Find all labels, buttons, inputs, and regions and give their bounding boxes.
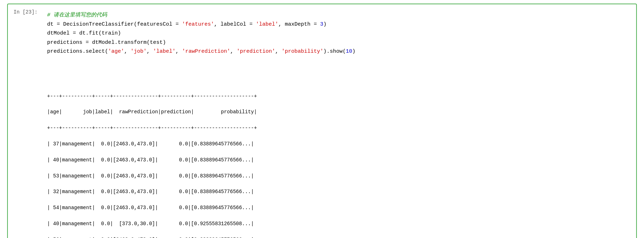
output-line-5: | 53|management| 0.0|[2463.0,473.0]| 0.0… <box>47 172 633 180</box>
output-line-2: +---+----------+-----+---------------+--… <box>47 124 633 132</box>
notebook-cell: In [23]: # 请在这里填写您的代码dt = DecisionTreeCl… <box>7 4 637 238</box>
cell-content: # 请在这里填写您的代码dt = DecisionTreeClassifier(… <box>47 4 636 238</box>
output-line-8: | 40|management| 0.0| [373.0,30.0]| 0.0|… <box>47 220 633 228</box>
output-line-7: | 54|management| 0.0|[2463.0,473.0]| 0.0… <box>47 204 633 212</box>
output-line-1: |age| job|label| rawPrediction|predictio… <box>47 108 633 116</box>
output-line-9: | 56|management| 0.0|[2463.0,473.0]| 0.0… <box>47 236 633 238</box>
output-line-0: +---+----------+-----+---------------+--… <box>47 92 633 100</box>
code-line-line3: dtModel = dt.fit(train) <box>47 29 633 38</box>
output-line-6: | 32|management| 0.0|[2463.0,473.0]| 0.0… <box>47 188 633 196</box>
output-line-3: | 37|management| 0.0|[2463.0,473.0]| 0.0… <box>47 140 633 148</box>
code-line-line2: dt = DecisionTreeClassifier(featuresCol … <box>47 20 633 29</box>
cell-label: In [23]: <box>8 4 47 238</box>
code-line-line4: predictions = dtModel.transform(test) <box>47 38 633 47</box>
code-block: # 请在这里填写您的代码dt = DecisionTreeClassifier(… <box>47 8 633 59</box>
code-line-line5: predictions.select('age', 'job', 'label'… <box>47 47 633 56</box>
code-line-line1: # 请在这里填写您的代码 <box>47 11 633 20</box>
output-block: +---+----------+-----+---------------+--… <box>47 65 633 238</box>
output-line-4: | 40|management| 0.0|[2463.0,473.0]| 0.0… <box>47 156 633 164</box>
